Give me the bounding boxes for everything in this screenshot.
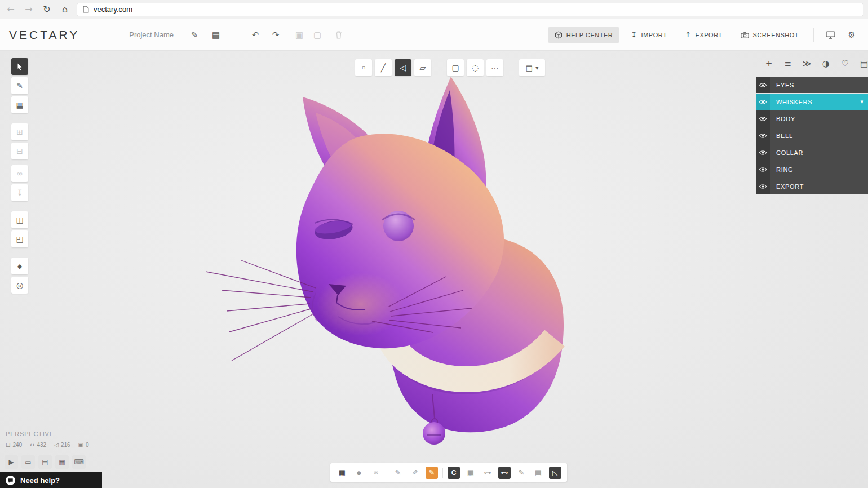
layer-label: EXPORT (770, 178, 868, 194)
lasso-select-button[interactable]: ◌ (467, 59, 484, 76)
snapping-toolbar: ▦ ● ∞ ✎ ✎ ✎ C ▦ ⊶ ⊷ ✎ ▤ ◺ (330, 463, 567, 482)
layer-row-collar[interactable]: COLLAR (756, 144, 868, 161)
vertices-count: 240 (12, 442, 22, 448)
zoom-to-fit-tool[interactable]: ◎ (11, 277, 28, 294)
layer-row-export[interactable]: EXPORT (756, 178, 868, 194)
favorites-heart-icon[interactable]: ♡ (839, 59, 851, 69)
material-droplet-tool[interactable]: ◆ (11, 258, 28, 274)
shortcuts-keyboard-icon[interactable]: ⌨ (72, 455, 86, 469)
present-monitor-icon[interactable] (822, 26, 839, 43)
grid-snap-icon[interactable]: ▦ (336, 467, 348, 479)
magnet-snap-icon[interactable]: ⊶ (481, 467, 494, 479)
objects-icon: ▣ (78, 442, 83, 448)
undo-icon[interactable]: ↶ (247, 26, 264, 43)
pen-snap-icon[interactable]: ✎ (392, 467, 404, 479)
cursor-icon (16, 63, 24, 71)
viewport-helpers: ▶ ▭ ▤ ▦ ⌨ (5, 455, 86, 469)
object-list-icon[interactable]: ≡ (782, 59, 794, 69)
visibility-eye-icon[interactable] (756, 144, 770, 161)
walkthrough-play-icon[interactable]: ▶ (5, 455, 18, 469)
add-object-icon[interactable]: + (763, 59, 775, 69)
cat-3d-model[interactable] (0, 51, 868, 488)
delete-icon[interactable] (330, 26, 347, 43)
more-select-button[interactable]: ⋯ (486, 59, 503, 76)
layer-label: WHISKERS (770, 94, 868, 110)
pen-angle-icon[interactable]: ✎ (409, 467, 421, 479)
grid-view-icon[interactable]: ▦ (55, 455, 69, 469)
visibility-eye-icon[interactable] (756, 110, 770, 127)
primitives-tool[interactable]: ▦ (11, 96, 28, 113)
vertices-icon: ⊡ (6, 442, 10, 448)
address-bar[interactable]: vectary.com (77, 3, 863, 16)
selection-mode-toolbar: ▫ ╱ ◁ ▱ ▢ ◌ ⋯ ▤ ▾ (355, 59, 545, 76)
layer-row-whiskers[interactable]: WHISKERS ▾ (756, 94, 868, 110)
vertex-snap-icon[interactable]: ● (353, 467, 365, 479)
audio-icon[interactable]: ◑ (820, 59, 832, 69)
paint-mode-icon[interactable]: ✎ (426, 467, 438, 479)
animations-icon[interactable]: ≫ (801, 59, 813, 69)
object-mode-button[interactable]: ▱ (414, 59, 431, 76)
measure-pen-icon[interactable]: ✎ (515, 467, 528, 479)
layer-row-body[interactable]: BODY (756, 110, 868, 127)
viewport-3d[interactable] (0, 51, 868, 488)
export-icon: ↥ (685, 30, 691, 39)
folder-icon: ▤ (526, 64, 533, 72)
magnet-snap-active-icon[interactable]: ⊷ (498, 467, 511, 479)
face-mode-button[interactable]: ◁ (395, 59, 411, 76)
array-steps-icon[interactable]: ▤ (532, 467, 544, 479)
duplicate-icon[interactable]: ▣ (291, 26, 308, 43)
construction-plane-icon[interactable]: C (448, 467, 460, 479)
group-tool[interactable]: ⊞ (11, 123, 28, 140)
url-text: vectary.com (94, 5, 132, 14)
infinite-ground-icon[interactable]: ∞ (370, 467, 382, 479)
layer-row-ring[interactable]: RING (756, 161, 868, 178)
layer-label: COLLAR (770, 144, 868, 161)
layer-label: RING (770, 161, 868, 178)
settings-gear-icon[interactable]: ⚙ (843, 26, 860, 43)
visibility-eye-icon[interactable] (756, 77, 770, 93)
select-tool[interactable] (11, 58, 28, 75)
layer-row-eyes[interactable]: EYES (756, 77, 868, 93)
forward-icon[interactable]: → (23, 4, 35, 15)
marquee-select-button[interactable]: ▢ (447, 59, 464, 76)
help-center-button[interactable]: HELP CENTER (548, 27, 619, 43)
drop-to-floor-tool[interactable]: ↧ (11, 184, 28, 201)
camera-mode-label[interactable]: PERSPECTIVE (6, 431, 54, 437)
pages-icon[interactable]: ▤ (38, 455, 52, 469)
visibility-eye-icon[interactable] (756, 178, 770, 194)
boolean-union-tool[interactable]: ◫ (11, 211, 28, 228)
reload-icon[interactable]: ↻ (41, 4, 53, 15)
visibility-eye-icon[interactable] (756, 161, 770, 178)
layer-expand-chevron-icon[interactable]: ▾ (860, 98, 863, 105)
visibility-eye-icon[interactable] (756, 127, 770, 144)
redo-icon[interactable]: ↷ (267, 26, 284, 43)
app-header: VECTARY Project Name ✎ ▤ ↶ ↷ ▣ ▢ HELP CE… (0, 19, 868, 51)
comments-icon[interactable]: ▭ (21, 455, 35, 469)
link-tool[interactable]: ∞ (11, 165, 28, 182)
visibility-eye-icon[interactable] (756, 94, 770, 110)
angle-measure-icon[interactable]: ◺ (549, 467, 561, 479)
import-icon: ↧ (631, 30, 637, 39)
library-icon[interactable]: ▤ (858, 59, 868, 69)
rename-pencil-icon[interactable]: ✎ (186, 26, 203, 43)
project-name[interactable]: Project Name (129, 30, 174, 39)
boolean-subtract-tool[interactable]: ◰ (11, 230, 28, 247)
home-icon[interactable]: ⌂ (59, 4, 71, 15)
screenshot-button[interactable]: SCREENSHOT (734, 28, 805, 42)
view-options-dropdown[interactable]: ▤ ▾ (519, 59, 545, 76)
ungroup-tool[interactable]: ⊟ (11, 143, 28, 159)
faces-count: 216 (61, 442, 70, 448)
export-button[interactable]: ↥ EXPORT (678, 26, 729, 43)
need-help-button[interactable]: Need help? (0, 472, 102, 488)
browser-chrome: ← → ↻ ⌂ vectary.com (0, 0, 868, 19)
draw-tool[interactable]: ✎ (11, 77, 28, 94)
copy-icon[interactable]: ▢ (309, 26, 326, 43)
back-icon[interactable]: ← (5, 4, 17, 15)
grid-display-icon[interactable]: ▦ (464, 467, 477, 479)
edge-mode-button[interactable]: ╱ (375, 59, 392, 76)
need-help-label: Need help? (20, 476, 60, 485)
vertex-mode-button[interactable]: ▫ (355, 59, 372, 76)
save-icon[interactable]: ▤ (207, 26, 224, 43)
layer-row-bell[interactable]: BELL (756, 127, 868, 144)
import-button[interactable]: ↧ IMPORT (624, 26, 674, 43)
